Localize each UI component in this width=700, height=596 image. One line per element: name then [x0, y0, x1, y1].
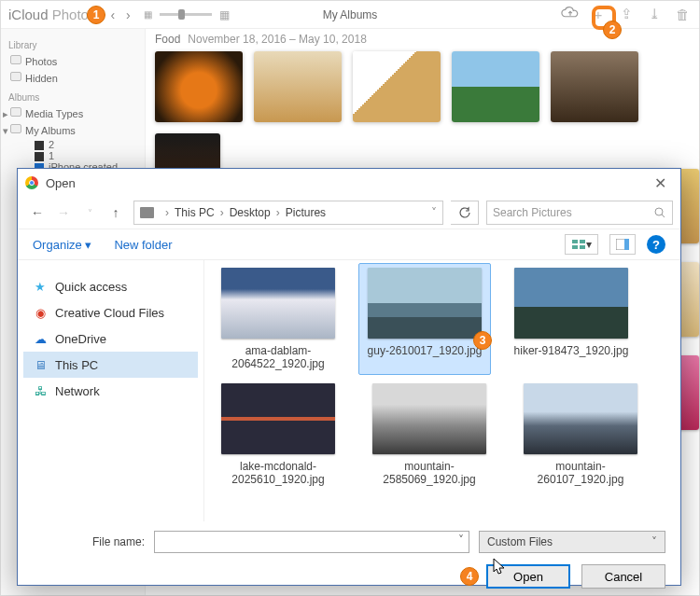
search-icon: [653, 206, 666, 219]
sidebar-item-this-pc[interactable]: 🖥This PC: [23, 352, 198, 378]
sidebar-item-onedrive[interactable]: ☁OneDrive: [23, 326, 198, 352]
dialog-titlebar: Open ✕: [18, 169, 680, 197]
cursor-icon: [492, 558, 509, 578]
svg-point-0: [655, 208, 663, 215]
sidebar-header-library: Library: [8, 40, 137, 50]
sidebar-sub-2[interactable]: 1: [8, 150, 137, 161]
annotation-badge-4: 4: [460, 567, 479, 586]
cloud-icon: ☁: [33, 331, 48, 346]
breadcrumb-bar[interactable]: › This PC › Desktop › Pictures ˅: [133, 201, 443, 225]
dialog-toolbar: Organize ▾ New folder ▾ ?: [18, 229, 680, 260]
view-mode-selector[interactable]: ▾: [565, 234, 598, 255]
file-label: lake-mcdonald-2025610_1920.jpg: [212, 460, 344, 486]
dialog-footer: File name: ˅ Custom Files˅ 4 Open Cancel: [18, 521, 680, 596]
breadcrumb[interactable]: Pictures: [286, 206, 326, 219]
breadcrumb[interactable]: Desktop: [230, 206, 271, 219]
file-type-filter[interactable]: Custom Files˅: [479, 531, 665, 553]
sidebar-item-hidden[interactable]: Hidden: [8, 70, 137, 87]
file-item[interactable]: hiker-918473_1920.jpg: [505, 268, 637, 370]
sidebar-item-my-albums[interactable]: My Albums: [8, 122, 137, 139]
file-name-label: File name:: [33, 535, 145, 548]
svg-rect-6: [624, 239, 629, 250]
pc-icon: [140, 207, 154, 218]
nav-up-icon[interactable]: ↑: [104, 201, 128, 225]
zoom-slider[interactable]: [160, 13, 212, 16]
media-types-icon: [10, 107, 21, 117]
file-label: mountain-2585069_1920.jpg: [363, 460, 496, 486]
file-name-input[interactable]: [154, 531, 469, 553]
sidebar-sub-1[interactable]: 2: [8, 139, 137, 150]
sidebar-item-creative-cloud[interactable]: ◉Creative Cloud Files: [23, 299, 198, 326]
my-albums-icon: [10, 124, 21, 133]
cc-icon: ◉: [33, 305, 48, 320]
cancel-button[interactable]: Cancel: [581, 564, 665, 589]
grid-large-icon: ▦: [219, 8, 230, 21]
album-name: Food: [155, 33, 180, 46]
pc-icon: 🖥: [33, 357, 48, 372]
file-label: ama-dablam-2064522_1920.jpg: [212, 344, 344, 370]
breadcrumb[interactable]: This PC: [175, 206, 215, 219]
upload-cloud-icon[interactable]: [561, 5, 580, 23]
star-icon: ★: [33, 279, 48, 294]
dialog-sidebar: ★Quick access ◉Creative Cloud Files ☁One…: [18, 260, 204, 521]
dialog-title: Open: [46, 176, 76, 190]
annotation-badge-2: 2: [603, 21, 622, 39]
file-item[interactable]: ama-dablam-2064522_1920.jpg: [212, 268, 344, 370]
close-button[interactable]: ✕: [647, 174, 673, 192]
chrome-icon: [25, 176, 38, 189]
delete-icon[interactable]: 🗑: [673, 5, 692, 23]
file-item[interactable]: mountain-2585069_1920.jpg: [363, 383, 496, 486]
photos-icon: [10, 55, 21, 64]
search-input[interactable]: Search Pictures: [486, 201, 673, 225]
forward-button[interactable]: ›: [120, 7, 136, 22]
app-title: iCloud Photos: [8, 7, 95, 22]
photo-thumbnail[interactable]: [452, 51, 539, 122]
sidebar-item-quick-access[interactable]: ★Quick access: [23, 273, 198, 299]
nav-forward-icon[interactable]: →: [51, 201, 76, 225]
file-item[interactable]: mountain-260107_1920.jpg: [514, 383, 647, 486]
hidden-icon: [10, 72, 21, 81]
share-icon[interactable]: ⇪: [617, 5, 636, 23]
file-item[interactable]: lake-mcdonald-2025610_1920.jpg: [212, 383, 344, 486]
help-button[interactable]: ?: [647, 235, 665, 254]
annotation-badge-3: 3: [473, 331, 492, 350]
album-date-range: November 18, 2016 – May 10, 2018: [188, 33, 366, 46]
nav-back-icon[interactable]: ←: [25, 201, 49, 225]
photo-thumbnail[interactable]: [254, 51, 342, 122]
download-icon[interactable]: ⤓: [645, 5, 664, 23]
sidebar-item-media-types[interactable]: Media Types: [8, 105, 137, 122]
back-button[interactable]: ‹: [105, 7, 120, 22]
file-item-selected[interactable]: guy-2610017_1920.jpg 3: [358, 263, 491, 375]
organize-menu[interactable]: Organize ▾: [33, 238, 91, 252]
svg-rect-1: [572, 240, 578, 243]
annotation-badge-1: 1: [87, 6, 105, 24]
grid-small-icon: ▦: [144, 9, 152, 20]
sidebar-item-network[interactable]: 🖧Network: [23, 378, 198, 404]
file-open-dialog: Open ✕ ← → ˅ ↑ › This PC › Desktop › Pic…: [17, 168, 681, 586]
sidebar-item-photos[interactable]: Photos: [8, 53, 137, 70]
dialog-nav: ← → ˅ ↑ › This PC › Desktop › Pictures ˅…: [18, 197, 680, 229]
svg-rect-3: [572, 245, 578, 249]
window-title: My Albums: [323, 8, 378, 21]
svg-rect-4: [580, 245, 585, 249]
photo-thumbnail[interactable]: [155, 51, 243, 122]
preview-pane-toggle[interactable]: [609, 234, 636, 255]
svg-rect-2: [580, 240, 585, 243]
file-label: mountain-260107_1920.jpg: [514, 460, 647, 486]
file-label: guy-2610017_1920.jpg: [363, 344, 486, 357]
photo-thumbnail[interactable]: [551, 51, 638, 122]
sidebar-header-albums: Albums: [8, 92, 137, 103]
nav-dropdown-icon[interactable]: ˅: [77, 201, 102, 225]
refresh-button[interactable]: [451, 201, 479, 225]
new-folder-button[interactable]: New folder: [114, 238, 172, 252]
file-label: hiker-918473_1920.jpg: [505, 344, 637, 357]
file-list: ama-dablam-2064522_1920.jpg guy-2610017_…: [204, 260, 680, 521]
photo-thumbnail[interactable]: [353, 51, 441, 122]
network-icon: 🖧: [33, 383, 48, 398]
